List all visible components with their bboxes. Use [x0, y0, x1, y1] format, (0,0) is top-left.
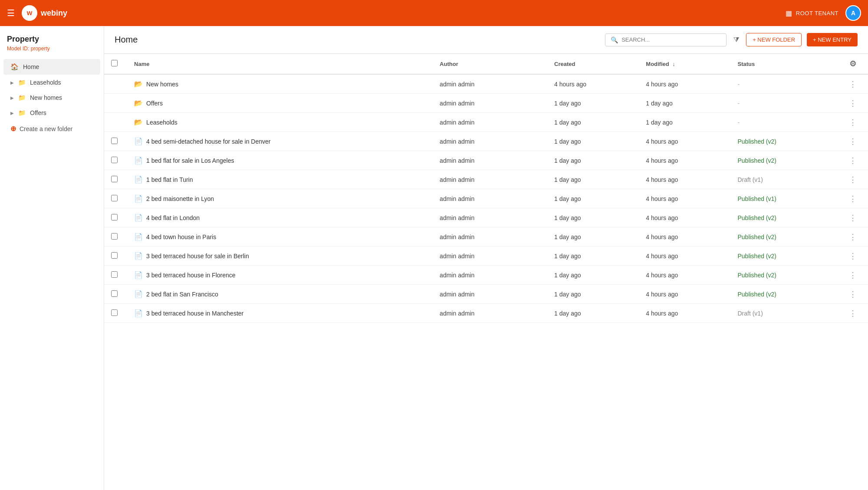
row-checkbox[interactable]: [111, 309, 118, 316]
col-header-created[interactable]: Created: [547, 54, 639, 74]
row-name-container: 📂 Leaseholds: [134, 118, 426, 126]
row-more-button[interactable]: ⋮: [845, 307, 860, 319]
row-name-cell[interactable]: 📄 1 bed flat in Turin: [127, 170, 433, 189]
select-all-checkbox[interactable]: [111, 60, 118, 66]
row-status-cell: Published (v2): [730, 208, 837, 227]
col-header-author[interactable]: Author: [433, 54, 547, 74]
row-actions-cell: ⋮: [838, 113, 868, 132]
row-more-button[interactable]: ⋮: [845, 97, 860, 109]
row-name-text: 3 bed terraced house for sale in Berlin: [146, 253, 249, 260]
entry-row-icon: 📄: [134, 137, 143, 145]
row-more-button[interactable]: ⋮: [845, 193, 860, 205]
row-modified: 4 hours ago: [646, 214, 678, 221]
folder-icon-leaseholds: 📁: [18, 79, 26, 86]
new-folder-button[interactable]: + NEW FOLDER: [746, 33, 802, 46]
row-name-cell[interactable]: 📂 New homes: [127, 74, 433, 94]
row-created-cell: 1 day ago: [547, 208, 639, 227]
row-modified: 4 hours ago: [646, 176, 678, 183]
row-author: admin admin: [440, 291, 474, 298]
sidebar-item-home[interactable]: 🏠 Home: [3, 59, 100, 75]
row-author-cell: admin admin: [433, 170, 547, 189]
create-new-folder-item[interactable]: ⊕ Create a new folder: [3, 121, 100, 137]
row-checkbox[interactable]: [111, 138, 118, 144]
row-name-cell[interactable]: 📄 2 bed flat in San Francisco: [127, 285, 433, 304]
row-modified-cell: 4 hours ago: [639, 132, 730, 151]
filter-icon[interactable]: ⧩: [732, 34, 741, 46]
row-check-cell: [104, 247, 127, 266]
row-created-cell: 1 day ago: [547, 189, 639, 208]
col-header-name[interactable]: Name: [127, 54, 433, 74]
sidebar-item-new-homes[interactable]: ▶ 📁 New homes: [3, 90, 100, 105]
row-more-button[interactable]: ⋮: [845, 78, 860, 90]
row-checkbox[interactable]: [111, 157, 118, 163]
row-more-button[interactable]: ⋮: [845, 116, 860, 128]
tenant-label: ROOT TENANT: [796, 10, 838, 16]
row-modified: 1 day ago: [646, 119, 673, 126]
table-row: 📄 3 bed terraced house in Manchester adm…: [104, 304, 868, 323]
row-name-cell[interactable]: 📄 3 bed terraced house in Manchester: [127, 304, 433, 323]
sidebar-item-leaseholds[interactable]: ▶ 📁 Leaseholds: [3, 75, 100, 90]
row-more-button[interactable]: ⋮: [845, 250, 860, 262]
row-author-cell: admin admin: [433, 132, 547, 151]
row-name-cell[interactable]: 📄 1 bed flat for sale in Los Angeles: [127, 151, 433, 170]
row-author: admin admin: [440, 119, 474, 126]
row-more-button[interactable]: ⋮: [845, 135, 860, 148]
row-more-button[interactable]: ⋮: [845, 212, 860, 224]
user-avatar[interactable]: A: [845, 5, 861, 21]
row-name-cell[interactable]: 📄 4 bed semi-detached house for sale in …: [127, 132, 433, 151]
search-input[interactable]: [621, 36, 721, 43]
row-name-container: 📄 2 bed flat in San Francisco: [134, 290, 426, 298]
row-modified: 4 hours ago: [646, 291, 678, 298]
col-created-label: Created: [554, 61, 575, 67]
row-name-cell[interactable]: 📂 Leaseholds: [127, 113, 433, 132]
hamburger-menu[interactable]: ☰: [7, 8, 15, 18]
row-created: 1 day ago: [554, 157, 581, 164]
row-check-cell: [104, 227, 127, 247]
row-checkbox[interactable]: [111, 176, 118, 182]
row-name-container: 📄 1 bed flat for sale in Los Angeles: [134, 156, 426, 164]
row-more-button[interactable]: ⋮: [845, 231, 860, 243]
table-body: 📂 New homes admin admin 4 hours ago 4 ho…: [104, 74, 868, 323]
row-checkbox[interactable]: [111, 271, 118, 278]
row-more-button[interactable]: ⋮: [845, 288, 860, 300]
row-checkbox[interactable]: [111, 252, 118, 259]
row-modified: 4 hours ago: [646, 310, 678, 317]
row-more-button[interactable]: ⋮: [845, 269, 860, 281]
row-status-cell: -: [730, 94, 837, 113]
row-created: 1 day ago: [554, 138, 581, 145]
entry-row-icon: 📄: [134, 194, 143, 203]
row-name-cell[interactable]: 📄 4 bed town house in Paris: [127, 227, 433, 247]
entry-row-icon: 📄: [134, 233, 143, 241]
row-name-text: 3 bed terraced house in Florence: [146, 272, 235, 279]
row-name-cell[interactable]: 📄 2 bed maisonette in Lyon: [127, 189, 433, 208]
sidebar-item-offers[interactable]: ▶ 📁 Offers: [3, 105, 100, 120]
row-status: Published (v2): [737, 272, 776, 279]
tenant-info: ▦ ROOT TENANT: [786, 9, 838, 17]
row-checkbox[interactable]: [111, 233, 118, 240]
row-name-text: Leaseholds: [146, 119, 178, 126]
row-check-cell: [104, 170, 127, 189]
table-row: 📄 3 bed terraced house for sale in Berli…: [104, 247, 868, 266]
col-header-modified[interactable]: Modified ↓: [639, 54, 730, 74]
row-check-cell: [104, 132, 127, 151]
row-author: admin admin: [440, 214, 474, 221]
settings-gear-icon[interactable]: ⚙: [849, 59, 856, 68]
row-checkbox[interactable]: [111, 195, 118, 201]
row-modified-cell: 4 hours ago: [639, 151, 730, 170]
row-name-cell[interactable]: 📂 Offers: [127, 94, 433, 113]
row-name-cell[interactable]: 📄 3 bed terraced house in Florence: [127, 266, 433, 285]
row-name-cell[interactable]: 📄 3 bed terraced house for sale in Berli…: [127, 247, 433, 266]
table-row: 📄 4 bed flat in London admin admin 1 day…: [104, 208, 868, 227]
entry-row-icon: 📄: [134, 271, 143, 279]
col-header-status[interactable]: Status: [730, 54, 837, 74]
row-more-button[interactable]: ⋮: [845, 174, 860, 186]
row-checkbox[interactable]: [111, 290, 118, 297]
row-status: Published (v2): [737, 253, 776, 260]
row-name-text: 3 bed terraced house in Manchester: [146, 310, 243, 317]
row-name-cell[interactable]: 📄 4 bed flat in London: [127, 208, 433, 227]
row-checkbox[interactable]: [111, 214, 118, 220]
row-check-cell: [104, 266, 127, 285]
new-entry-button[interactable]: + NEW ENTRY: [807, 33, 858, 46]
row-more-button[interactable]: ⋮: [845, 155, 860, 167]
row-created-cell: 1 day ago: [547, 151, 639, 170]
